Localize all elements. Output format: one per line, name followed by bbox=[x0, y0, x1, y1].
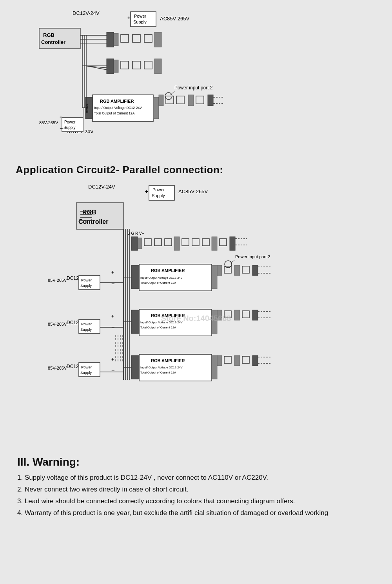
ac-label-top: AC85V-265V bbox=[160, 16, 189, 22]
svg-rect-7 bbox=[114, 60, 118, 73]
rgb-amp1-label: RGB AMPLIFIER bbox=[151, 268, 185, 273]
warning-title: III. Warning: bbox=[17, 456, 375, 468]
svg-rect-0 bbox=[107, 32, 114, 47]
svg-rect-34 bbox=[217, 265, 222, 276]
connector-text: BGRV+ bbox=[86, 103, 89, 113]
ac-top2: AC85V-265V bbox=[178, 189, 208, 194]
rgb-ctrl-l2: Controller bbox=[78, 218, 108, 225]
amplifier-detail1: Input/ Output Voltage DC12-24V bbox=[94, 106, 142, 110]
amp3-conn-r bbox=[212, 355, 217, 379]
ps-top2-l1: Power bbox=[152, 187, 165, 192]
minus3: − bbox=[111, 368, 114, 374]
power-input-circle2 bbox=[225, 261, 232, 268]
svg-rect-50 bbox=[234, 355, 240, 366]
svg-rect-5 bbox=[154, 32, 162, 47]
svg-rect-37 bbox=[242, 266, 249, 273]
rgb-controller-box bbox=[39, 28, 80, 49]
strip-row3-after-amp3 bbox=[217, 355, 270, 366]
svg-rect-30 bbox=[220, 239, 227, 246]
led-strip-row1 bbox=[107, 32, 162, 47]
rgb-controller-box2 bbox=[76, 203, 123, 229]
svg-rect-48 bbox=[217, 355, 222, 366]
rgb-amp2-detail2: Total Output of Current 12A bbox=[140, 326, 176, 329]
led-strip-row2 bbox=[107, 59, 162, 74]
plus-top: + bbox=[127, 15, 131, 21]
ps-top2-l2: Supply bbox=[152, 193, 165, 198]
strip-row1-after-amp1 bbox=[217, 265, 270, 276]
amp1-conn-l bbox=[131, 265, 139, 289]
led-strip-row3 bbox=[159, 95, 223, 106]
rgb-controller-label1: RGB bbox=[43, 32, 54, 38]
rgb-amp1-detail1: Input/ Output Voltage DC12-24V bbox=[140, 276, 183, 279]
plus-left: + bbox=[60, 114, 62, 120]
svg-rect-14 bbox=[176, 96, 184, 104]
power-input-line bbox=[171, 91, 174, 95]
power-supply-label2-top: Supply bbox=[133, 20, 147, 24]
warning-list: 1. Supply voltage of this product is DC1… bbox=[17, 472, 375, 519]
svg-rect-23 bbox=[154, 239, 162, 246]
plus-top2: + bbox=[145, 189, 148, 194]
svg-rect-29 bbox=[212, 237, 217, 250]
svg-rect-12 bbox=[159, 95, 163, 106]
dc-label-top2: DC12V-24V bbox=[88, 184, 115, 190]
ps3-l1: Power bbox=[81, 365, 92, 369]
svg-rect-20 bbox=[131, 237, 138, 250]
warning-section: III. Warning: 1. Supply voltage of this … bbox=[16, 456, 376, 519]
amp-connector-right bbox=[153, 97, 159, 119]
svg-rect-52 bbox=[252, 355, 258, 366]
svg-rect-4 bbox=[144, 34, 152, 42]
ps-left-label1: Power bbox=[64, 120, 76, 124]
svg-rect-27 bbox=[192, 239, 199, 246]
svg-rect-28 bbox=[202, 239, 209, 246]
amp1-conn-r bbox=[212, 265, 217, 289]
warning-item-3: 3. Lead wire should be connected correct… bbox=[17, 496, 375, 507]
strip-row1-parallel bbox=[131, 237, 247, 250]
power-supply-label-top: Power bbox=[134, 14, 147, 18]
diagram1-container: DC12V-24V + Power Supply AC85V-265V RGB … bbox=[16, 8, 376, 157]
svg-rect-38 bbox=[252, 265, 258, 276]
svg-rect-44 bbox=[242, 311, 249, 318]
minus2: − bbox=[111, 325, 114, 331]
svg-rect-31 bbox=[230, 237, 235, 250]
ps2-l1: Power bbox=[81, 322, 92, 326]
svg-rect-6 bbox=[107, 59, 114, 74]
warning-item-1: 1. Supply voltage of this product is DC1… bbox=[17, 472, 375, 483]
ps-left-label2: Supply bbox=[64, 125, 76, 130]
plus3: + bbox=[111, 357, 114, 362]
rgb-controller-label2: Controller bbox=[41, 39, 65, 45]
section2-title: Application Circuit2- Parallel connectio… bbox=[16, 164, 376, 176]
power-input-label: Power input port 2 bbox=[174, 85, 213, 91]
rgb-amp3-detail2: Total Output of Current 12A bbox=[140, 371, 176, 374]
svg-rect-49 bbox=[224, 356, 231, 363]
svg-rect-45 bbox=[252, 310, 258, 320]
svg-rect-1 bbox=[114, 33, 118, 46]
minus-left: − bbox=[60, 125, 63, 132]
plus2: + bbox=[111, 314, 114, 319]
rgb-amp3-label: RGB AMPLIFIER bbox=[151, 358, 185, 363]
ps1-l1: Power bbox=[81, 278, 92, 282]
warning-item-4: 4. Warranty of this product is one year,… bbox=[17, 508, 375, 519]
bgrv-label: B G R V+ bbox=[127, 231, 144, 236]
diagram2-svg: DC12V-24V + Power Supply AC85V-265V RGB … bbox=[16, 180, 376, 446]
svg-rect-9 bbox=[132, 61, 140, 69]
warning-item-2: 2. Never connect two wires directly in c… bbox=[17, 484, 375, 495]
watermark-text: Store No:14045688 bbox=[161, 314, 231, 323]
power-input2-line bbox=[230, 260, 234, 263]
voltage-left: 85V-265V bbox=[39, 120, 58, 125]
diagram2-container: DC12V-24V + Power Supply AC85V-265V RGB … bbox=[16, 180, 376, 446]
power-input2-label: Power input port 2 bbox=[235, 254, 270, 259]
svg-rect-24 bbox=[165, 239, 172, 246]
v3-label: 85V-265V bbox=[48, 366, 67, 370]
ps1-l2: Supply bbox=[80, 283, 92, 288]
svg-rect-10 bbox=[144, 61, 152, 69]
svg-rect-43 bbox=[234, 310, 240, 320]
dc-label-top: DC12V-24V bbox=[73, 10, 100, 16]
plus1: + bbox=[111, 270, 114, 275]
rgb-amp1-detail2: Total Output of Current 12A bbox=[140, 281, 176, 285]
v2-label: 85V-265V bbox=[48, 322, 67, 326]
ps2-l2: Supply bbox=[80, 327, 92, 332]
rgb-amplifier-label: RGB AMPLIFIER bbox=[100, 99, 134, 103]
svg-rect-36 bbox=[234, 265, 240, 276]
svg-rect-25 bbox=[174, 237, 180, 250]
svg-rect-16 bbox=[196, 96, 204, 104]
